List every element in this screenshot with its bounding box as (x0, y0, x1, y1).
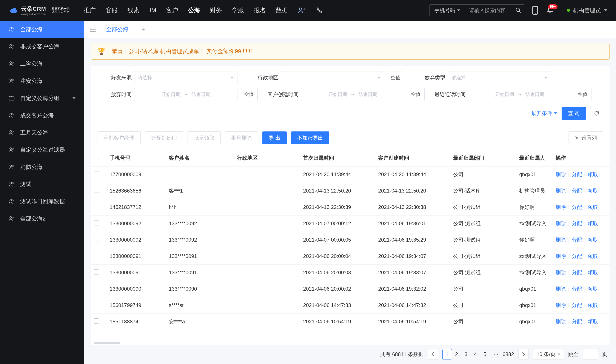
row-assign-link[interactable]: 分配 (572, 188, 582, 194)
filter-行政地区-null-button[interactable]: 空值 (387, 71, 404, 84)
batch-delete-button[interactable]: 批量删除 (225, 131, 258, 144)
expand-filters-link[interactable]: 展开条件 (531, 110, 557, 117)
filter-放弃时间-null-button[interactable]: 空值 (240, 88, 258, 101)
tab-all-pool[interactable]: 全部公海 (98, 21, 136, 38)
row-assign-link[interactable]: 分配 (572, 253, 582, 259)
page-4[interactable]: 4 (471, 349, 480, 360)
row-delete-link[interactable]: 删除 (556, 319, 566, 325)
row-checkbox[interactable] (91, 199, 107, 215)
row-checkbox[interactable] (91, 215, 107, 232)
row-delete-link[interactable]: 删除 (556, 221, 566, 226)
logo[interactable]: 云朵CRM www.yunduocrm.com 教育机构一站 式服务云平台 (0, 4, 75, 16)
filter-最近通话时间-daterange[interactable]: 开始日期~结束日期 (468, 88, 571, 101)
row-assign-link[interactable]: 分配 (572, 302, 582, 308)
sidebar-item-自定义公海分组[interactable]: 自定义公海分组 (0, 90, 84, 107)
row-claim-link[interactable]: 领取 (588, 253, 598, 259)
add-user-icon[interactable] (298, 6, 305, 14)
row-claim-link[interactable]: 领取 (588, 171, 598, 177)
mobile-button[interactable] (531, 6, 539, 15)
row-delete-link[interactable]: 删除 (556, 253, 566, 259)
next-page-button[interactable] (518, 349, 529, 360)
search-type-select[interactable]: 手机号码 (430, 4, 465, 16)
row-claim-link[interactable]: 领取 (588, 302, 598, 308)
row-claim-link[interactable]: 领取 (588, 286, 598, 292)
filter-最近通话时间-null-button[interactable]: 空值 (574, 88, 591, 101)
nav-公海[interactable]: 公海 (188, 6, 200, 14)
nav-推广[interactable]: 推广 (84, 6, 96, 14)
notification-button[interactable]: 99+ (546, 6, 554, 15)
nav-数据[interactable]: 数据 (276, 6, 288, 14)
assign-dept-button[interactable]: 分配到部门 (145, 131, 183, 144)
user-menu[interactable]: 机构管理员 (561, 7, 607, 14)
last-page-button[interactable]: 6882 (503, 349, 514, 360)
page-5[interactable]: 5 (480, 349, 490, 360)
page-size-select[interactable]: 10 条/页 (533, 349, 564, 360)
row-claim-link[interactable]: 领取 (588, 237, 598, 243)
columns-setting-button[interactable]: 设置列 (568, 131, 603, 144)
row-delete-link[interactable]: 删除 (556, 188, 566, 194)
row-checkbox[interactable] (91, 248, 107, 264)
row-assign-link[interactable]: 分配 (572, 171, 582, 177)
row-delete-link[interactable]: 删除 (556, 204, 566, 210)
filter-放弃时间-daterange[interactable]: 开始日期~结束日期 (134, 88, 237, 101)
select-all-header[interactable] (91, 150, 107, 166)
row-assign-link[interactable]: 分配 (572, 286, 582, 292)
filter-放弃类型-select[interactable]: 请选择 (448, 71, 551, 84)
row-delete-link[interactable]: 删除 (556, 270, 566, 275)
nav-客服[interactable]: 客服 (106, 6, 118, 14)
nav-线索[interactable]: 线索 (128, 6, 140, 14)
sidebar-item-注安公海[interactable]: 注安公海 (0, 72, 84, 90)
row-checkbox[interactable] (91, 183, 107, 199)
row-delete-link[interactable]: 删除 (556, 237, 566, 243)
nav-客户[interactable]: 客户 (166, 6, 178, 14)
nav-学服[interactable]: 学服 (232, 6, 244, 14)
page-3[interactable]: 3 (461, 349, 471, 360)
row-claim-link[interactable]: 领取 (588, 204, 598, 210)
sidebar-item-五月天公海[interactable]: 五月天公海 (0, 124, 84, 141)
row-checkbox[interactable] (91, 166, 107, 183)
filter-好友来源-select[interactable]: 请选择 (134, 71, 237, 84)
tab-add-button[interactable]: ＋ (136, 25, 150, 34)
row-claim-link[interactable]: 领取 (588, 221, 598, 226)
row-checkbox[interactable] (91, 297, 107, 313)
refresh-button[interactable] (590, 107, 603, 120)
sidebar-item-全部公海[interactable]: 全部公海 (0, 21, 84, 38)
page-1[interactable]: 1 (442, 349, 452, 360)
jump-page-input[interactable] (583, 349, 598, 360)
row-assign-link[interactable]: 分配 (572, 237, 582, 243)
search-input[interactable] (465, 4, 513, 16)
row-assign-link[interactable]: 分配 (572, 204, 582, 210)
row-claim-link[interactable]: 领取 (588, 188, 598, 194)
filter-客户创建时间-daterange[interactable]: 开始日期~结束日期 (301, 88, 404, 101)
horizontal-scrollbar[interactable] (91, 341, 610, 345)
export-plain-button[interactable]: 不加密导出 (291, 131, 329, 144)
row-delete-link[interactable]: 删除 (556, 286, 566, 292)
export-button[interactable]: 导 出 (262, 131, 287, 144)
row-assign-link[interactable]: 分配 (572, 270, 582, 275)
row-claim-link[interactable]: 领取 (588, 270, 598, 275)
row-checkbox[interactable] (91, 232, 107, 248)
row-delete-link[interactable]: 删除 (556, 302, 566, 308)
row-assign-link[interactable]: 分配 (572, 319, 582, 325)
sidebar-item-消防公海[interactable]: 消防公海 (0, 158, 84, 176)
assign-manager-button[interactable]: 分配客户经理 (97, 131, 141, 144)
prev-page-button[interactable] (428, 349, 438, 360)
search-button[interactable]: 查 询 (562, 107, 586, 120)
nav-报名[interactable]: 报名 (254, 6, 266, 14)
sidebar-item-测试[interactable]: 测试 (0, 176, 84, 193)
row-checkbox[interactable] (91, 281, 107, 297)
row-checkbox[interactable] (91, 313, 107, 330)
phone-icon[interactable] (315, 6, 323, 14)
tab-collapse-button[interactable] (87, 27, 98, 32)
sidebar-item-非成交客户公海[interactable]: 非成交客户公海 (0, 38, 84, 55)
filter-客户创建时间-null-button[interactable]: 空值 (407, 88, 424, 101)
sidebar-item-二咨公海[interactable]: 二咨公海 (0, 55, 84, 72)
row-delete-link[interactable]: 删除 (556, 171, 566, 177)
nav-财务[interactable]: 财务 (210, 6, 222, 14)
sidebar-item-测试昨日回库数据[interactable]: 测试昨日回库数据 (0, 193, 84, 210)
row-assign-link[interactable]: 分配 (572, 221, 582, 226)
search-button[interactable] (513, 7, 524, 13)
filter-行政地区-select[interactable] (281, 71, 384, 84)
sidebar-item-自定义公海过滤器[interactable]: 自定义公海过滤器 (0, 141, 84, 158)
row-claim-link[interactable]: 领取 (588, 319, 598, 325)
